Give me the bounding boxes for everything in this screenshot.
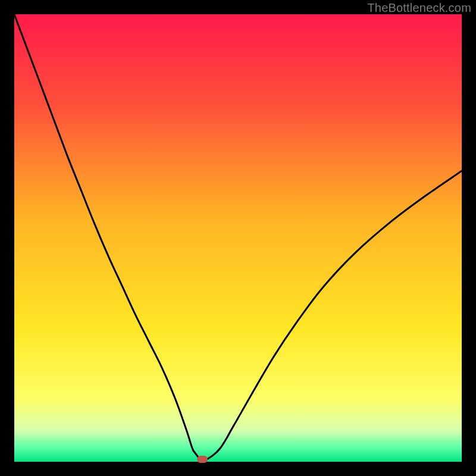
optimum-marker [197,456,208,463]
watermark-text: TheBottleneck.com [367,1,471,15]
chart-frame [14,14,462,462]
gradient-background [14,14,462,462]
bottleneck-plot [14,14,462,462]
